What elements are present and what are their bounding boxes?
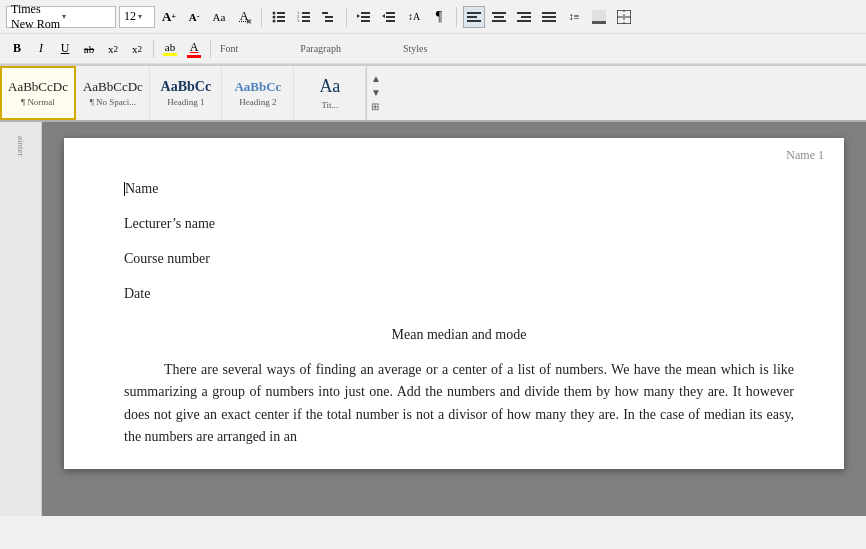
style-heading2-preview: AaBbCc xyxy=(234,79,281,95)
align-right-button[interactable] xyxy=(513,6,535,28)
style-no-spacing-label: ¶ No Spaci... xyxy=(90,97,136,107)
svg-rect-13 xyxy=(325,16,333,18)
document-content: Name Lecturer’s name Course number Date … xyxy=(124,178,794,449)
highlight-button[interactable]: ab xyxy=(159,38,181,60)
svg-rect-12 xyxy=(322,12,328,14)
para-section-label: Paragraph xyxy=(300,43,341,54)
font-color-button[interactable]: A xyxy=(183,38,205,60)
svg-rect-1 xyxy=(277,12,285,14)
sort-button[interactable]: ↕A xyxy=(403,6,425,28)
svg-marker-18 xyxy=(357,14,360,18)
doc-line-date: Date xyxy=(124,283,794,304)
svg-rect-36 xyxy=(592,21,606,24)
shrink-font-button[interactable]: A- xyxy=(183,6,205,28)
svg-point-0 xyxy=(273,11,276,14)
font-name-value: Times New Rom xyxy=(11,2,60,32)
style-no-spacing[interactable]: AaBbCcDc ¶ No Spaci... xyxy=(76,66,150,120)
decrease-indent-button[interactable] xyxy=(353,6,375,28)
separator3 xyxy=(456,7,457,27)
svg-rect-33 xyxy=(542,16,556,18)
font-size-dropdown[interactable]: 12 ▾ xyxy=(119,6,155,28)
line-spacing-button[interactable]: ↕≡ xyxy=(563,6,585,28)
increase-indent-button[interactable] xyxy=(378,6,400,28)
doc-line-name: Name xyxy=(124,178,794,199)
grow-font-button[interactable]: A+ xyxy=(158,6,180,28)
svg-point-2 xyxy=(273,15,276,18)
svg-marker-22 xyxy=(382,14,385,18)
styles-panel: AaBbCcDc ¶ Normal AaBbCcDc ¶ No Spaci...… xyxy=(0,66,866,122)
style-title-label: Tit... xyxy=(321,100,338,110)
shading-button[interactable] xyxy=(588,6,610,28)
bold-button[interactable]: B xyxy=(6,38,28,60)
svg-rect-3 xyxy=(277,16,285,18)
italic-button[interactable]: I xyxy=(30,38,52,60)
separator2 xyxy=(346,7,347,27)
ribbon-toolbar: Times New Rom ▾ 12 ▾ A+ A- Aa A ✖ 1.2.3. xyxy=(0,0,866,66)
field-name: Name xyxy=(125,181,158,196)
svg-rect-7 xyxy=(302,12,310,14)
document-area: ainter Name 1 Name Lecturer’s name Cours… xyxy=(0,122,866,516)
style-no-spacing-preview: AaBbCcDc xyxy=(83,79,143,95)
field-lecturer: Lecturer’s name xyxy=(124,216,215,231)
svg-rect-20 xyxy=(386,16,395,18)
svg-rect-15 xyxy=(361,12,370,14)
styles-scroll[interactable]: ▲ ▼ ⊞ xyxy=(366,66,385,120)
svg-rect-23 xyxy=(467,12,481,14)
style-heading1-preview: AaBbCc xyxy=(161,79,212,96)
svg-rect-28 xyxy=(492,20,506,22)
doc-line-course: Course number xyxy=(124,248,794,269)
left-sidebar: ainter xyxy=(0,122,42,516)
svg-rect-30 xyxy=(521,16,531,18)
style-title[interactable]: Aa Tit... xyxy=(294,66,366,120)
superscript-button[interactable]: x2 xyxy=(126,38,148,60)
doc-title: Mean median and mode xyxy=(124,324,794,345)
svg-rect-9 xyxy=(302,16,310,18)
field-course: Course number xyxy=(124,251,210,266)
svg-rect-31 xyxy=(517,20,531,22)
font-size-arrow: ▾ xyxy=(138,12,142,21)
align-left-button[interactable] xyxy=(463,6,485,28)
svg-rect-5 xyxy=(277,20,285,22)
bullets-button[interactable] xyxy=(268,6,290,28)
svg-point-4 xyxy=(273,19,276,22)
sidebar-label: ainter xyxy=(16,136,26,157)
font-name-arrow: ▾ xyxy=(62,12,111,21)
style-normal[interactable]: AaBbCcDc ¶ Normal xyxy=(0,66,76,120)
font-name-dropdown[interactable]: Times New Rom ▾ xyxy=(6,6,116,28)
numbering-button[interactable]: 1.2.3. xyxy=(293,6,315,28)
style-title-preview: Aa xyxy=(319,76,340,98)
underline-button[interactable]: U xyxy=(54,38,76,60)
style-heading1-label: Heading 1 xyxy=(167,97,204,107)
svg-rect-26 xyxy=(492,12,506,14)
svg-rect-27 xyxy=(494,16,504,18)
align-center-button[interactable] xyxy=(488,6,510,28)
ribbon-row2: B I U ab x2 x2 ab A Font Paragraph xyxy=(0,34,866,64)
change-case-button[interactable]: Aa xyxy=(208,6,230,28)
svg-rect-32 xyxy=(542,12,556,14)
separator1 xyxy=(261,7,262,27)
clear-formatting-button[interactable]: A ✖ xyxy=(233,6,255,28)
show-paragraph-button[interactable]: ¶ xyxy=(428,6,450,28)
svg-rect-21 xyxy=(386,20,395,22)
svg-rect-11 xyxy=(302,20,310,22)
svg-rect-34 xyxy=(542,20,556,22)
document-page[interactable]: Name 1 Name Lecturer’s name Course numbe… xyxy=(64,138,844,469)
separator4 xyxy=(153,40,154,58)
ribbon-row1: Times New Rom ▾ 12 ▾ A+ A- Aa A ✖ 1.2.3. xyxy=(0,0,866,34)
border-button[interactable] xyxy=(613,6,635,28)
style-heading1[interactable]: AaBbCc Heading 1 xyxy=(150,66,222,120)
multilevel-list-button[interactable] xyxy=(318,6,340,28)
style-heading2[interactable]: AaBbCc Heading 2 xyxy=(222,66,294,120)
subscript-button[interactable]: x2 xyxy=(102,38,124,60)
separator5 xyxy=(210,40,211,58)
svg-rect-16 xyxy=(361,16,370,18)
page-header-text: Name 1 xyxy=(786,146,824,164)
svg-rect-29 xyxy=(517,12,531,14)
doc-paragraph-1: There are several ways of finding an ave… xyxy=(124,359,794,449)
strikethrough-button[interactable]: ab xyxy=(78,38,100,60)
font-section-label: Font xyxy=(220,43,238,54)
svg-rect-25 xyxy=(467,20,481,22)
style-normal-preview: AaBbCcDc xyxy=(8,79,68,95)
justify-button[interactable] xyxy=(538,6,560,28)
field-date: Date xyxy=(124,286,150,301)
